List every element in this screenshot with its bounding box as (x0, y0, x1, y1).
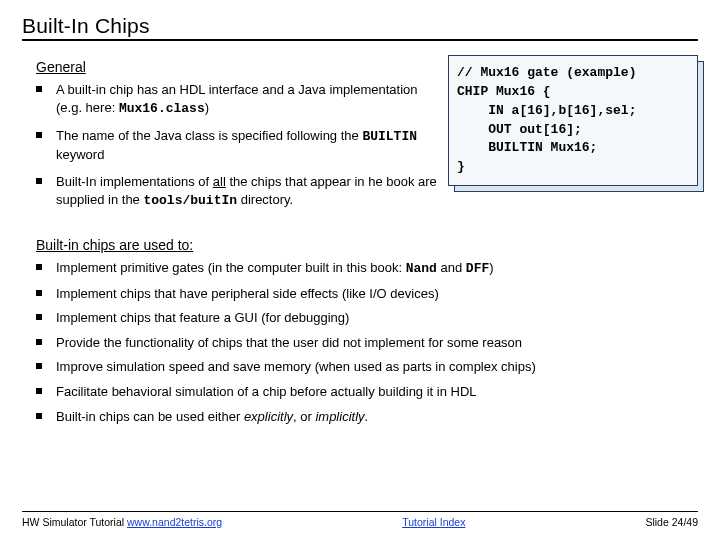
footer-left: HW Simulator Tutorial www.nand2tetris.or… (22, 516, 222, 528)
footer-site-link[interactable]: www.nand2tetris.org (127, 516, 222, 528)
bullet-icon (36, 314, 42, 320)
slide-number: Slide 24/49 (645, 516, 698, 528)
list-item: Built-In implementations of all the chip… (36, 173, 438, 209)
list-text: Built-in chips can be used either explic… (56, 408, 698, 426)
footer-row: HW Simulator Tutorial www.nand2tetris.or… (22, 516, 698, 528)
used-heading: Built-in chips are used to: (36, 237, 698, 253)
list-text: Provide the functionality of chips that … (56, 334, 698, 352)
bullet-icon (36, 339, 42, 345)
list-item: A built-in chip has an HDL interface and… (36, 81, 438, 117)
slide: Built-In Chips General A built-in chip h… (0, 0, 720, 540)
list-item: Implement chips that feature a GUI (for … (36, 309, 698, 327)
bullet-icon (36, 178, 42, 184)
list-text: Implement chips that have peripheral sid… (56, 285, 698, 303)
list-item: Improve simulation speed and save memory… (36, 358, 698, 376)
list-text: A built-in chip has an HDL interface and… (56, 81, 438, 117)
list-item: Implement primitive gates (in the comput… (36, 259, 698, 278)
footer-divider (22, 511, 698, 512)
general-list: A built-in chip has an HDL interface and… (22, 81, 438, 209)
list-text: Implement primitive gates (in the comput… (56, 259, 698, 278)
page-title: Built-In Chips (22, 14, 698, 38)
list-item: Built-in chips can be used either explic… (36, 408, 698, 426)
list-text: Built-In implementations of all the chip… (56, 173, 438, 209)
list-text: Facilitate behavioral simulation of a ch… (56, 383, 698, 401)
list-item: Facilitate behavioral simulation of a ch… (36, 383, 698, 401)
bullet-icon (36, 413, 42, 419)
list-text: Improve simulation speed and save memory… (56, 358, 698, 376)
bullet-icon (36, 290, 42, 296)
codebox: // Mux16 gate (example) CHIP Mux16 { IN … (448, 55, 698, 186)
used-list: Implement primitive gates (in the comput… (22, 259, 698, 425)
codebox-wrap: // Mux16 gate (example) CHIP Mux16 { IN … (448, 55, 698, 186)
general-heading: General (36, 59, 438, 75)
tutorial-index-link[interactable]: Tutorial Index (402, 516, 465, 528)
list-item: Implement chips that have peripheral sid… (36, 285, 698, 303)
code-example: // Mux16 gate (example) CHIP Mux16 { IN … (448, 53, 698, 186)
list-text: The name of the Java class is specified … (56, 127, 438, 163)
list-item: Provide the functionality of chips that … (36, 334, 698, 352)
bullet-icon (36, 264, 42, 270)
top-row: General A built-in chip has an HDL inter… (22, 53, 698, 219)
bullet-icon (36, 132, 42, 138)
list-text: Implement chips that feature a GUI (for … (56, 309, 698, 327)
bullet-icon (36, 86, 42, 92)
bullet-icon (36, 363, 42, 369)
footer: HW Simulator Tutorial www.nand2tetris.or… (22, 511, 698, 528)
general-section: General A built-in chip has an HDL inter… (22, 53, 448, 219)
bullet-icon (36, 388, 42, 394)
title-divider (22, 39, 698, 41)
list-item: The name of the Java class is specified … (36, 127, 438, 163)
